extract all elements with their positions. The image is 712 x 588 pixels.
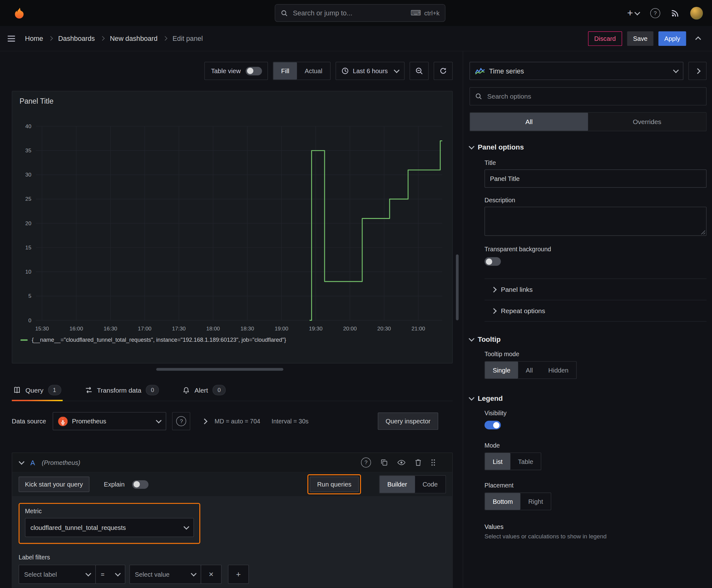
description-field: Description — [484, 197, 706, 236]
panel-description-input[interactable] — [484, 207, 706, 236]
global-search[interactable]: ⌨ ctrl+k — [275, 4, 446, 22]
tooltip-mode-label: Tooltip mode — [484, 351, 706, 358]
fill-actual-segment: Fill Actual — [273, 62, 330, 80]
svg-text:20: 20 — [25, 220, 31, 227]
help-button[interactable]: ? — [650, 8, 660, 18]
breadcrumb-dashboards[interactable]: Dashboards — [58, 35, 95, 42]
legend-visibility-toggle[interactable] — [484, 421, 501, 429]
actual-option[interactable]: Actual — [297, 62, 330, 80]
code-option[interactable]: Code — [415, 476, 446, 493]
transparent-background-label: Transparent background — [484, 246, 706, 253]
query-ref-id[interactable]: A — [30, 459, 35, 466]
tooltip-mode-hidden[interactable]: Hidden — [541, 361, 576, 378]
tab-alert-label: Alert — [194, 386, 208, 394]
horizontal-scrollbar[interactable] — [156, 368, 283, 371]
collapse-options-pane-button[interactable] — [688, 62, 707, 80]
tooltip-mode-all[interactable]: All — [518, 361, 541, 378]
discard-button[interactable]: Discard — [588, 31, 622, 45]
tooltip-header[interactable]: Tooltip — [470, 335, 707, 343]
chevron-down-icon — [156, 417, 162, 423]
datasource-help-button[interactable]: ? — [172, 412, 191, 430]
query-row-actions: ? — [361, 458, 447, 468]
query-help-button[interactable]: ? — [361, 458, 371, 468]
breadcrumb-bar: Home Dashboards New dashboard Edit panel… — [0, 26, 712, 51]
title-label: Title — [484, 160, 706, 166]
tab-query[interactable]: Query 1 — [12, 379, 63, 401]
add-filter-button[interactable]: + — [228, 565, 249, 584]
tab-all[interactable]: All — [470, 113, 588, 131]
legend-header[interactable]: Legend — [470, 395, 707, 403]
legend-mode-table[interactable]: Table — [510, 453, 541, 470]
drag-handle-icon[interactable] — [431, 459, 435, 466]
collapse-header-button[interactable] — [691, 32, 705, 45]
operator-dropdown[interactable]: = — [95, 565, 125, 584]
panel-title-input[interactable] — [484, 170, 706, 188]
legend-placement-right[interactable]: Right — [520, 493, 551, 510]
explain-toggle[interactable] — [132, 480, 148, 488]
time-series-viz-icon — [475, 67, 485, 75]
legend-values-help: Select values or calculations to show in… — [484, 533, 706, 540]
options-expand-icon[interactable] — [202, 418, 208, 424]
refresh-button[interactable] — [434, 62, 453, 80]
vertical-scrollbar[interactable] — [456, 254, 459, 320]
fill-option[interactable]: Fill — [274, 62, 297, 80]
duplicate-query-icon[interactable] — [381, 459, 388, 466]
svg-text:25: 25 — [25, 196, 31, 202]
search-input[interactable] — [292, 8, 407, 17]
toggle-visibility-icon[interactable] — [397, 460, 406, 465]
builder-code-segment: Builder Code — [379, 475, 446, 493]
builder-option[interactable]: Builder — [380, 476, 415, 493]
new-menu-button[interactable]: + — [627, 8, 640, 18]
grafana-logo-icon[interactable] — [13, 6, 26, 20]
legend-mode-list[interactable]: List — [485, 453, 511, 470]
kick-start-button[interactable]: Kick start your query — [19, 477, 89, 492]
remove-filter-button[interactable]: × — [201, 565, 222, 584]
tab-overrides[interactable]: Overrides — [588, 113, 706, 131]
chevron-right-icon — [48, 36, 53, 41]
time-range-picker[interactable]: Last 6 hours — [336, 62, 405, 80]
prometheus-icon — [58, 417, 68, 426]
news-icon[interactable] — [671, 9, 679, 17]
menu-toggle-button[interactable] — [7, 35, 15, 41]
select-value-dropdown[interactable]: Select value — [129, 565, 201, 584]
panel-links-section[interactable]: Panel links — [484, 279, 706, 300]
svg-text:17:00: 17:00 — [138, 326, 151, 332]
tab-transform[interactable]: Transform data 0 — [83, 379, 160, 401]
options-search-input[interactable] — [486, 92, 701, 101]
save-button[interactable]: Save — [627, 31, 654, 45]
query-datasource-hint: (Prometheus) — [42, 459, 80, 466]
query-tabs: Query 1 Transform data 0 Alert 0 — [12, 379, 453, 401]
legend-section: Legend Visibility Mode List Table Placem… — [470, 395, 707, 540]
legend-placement-bottom[interactable]: Bottom — [485, 493, 520, 510]
svg-text:21:00: 21:00 — [412, 326, 425, 332]
query-inspector-button[interactable]: Query inspector — [378, 413, 438, 430]
metric-value: cloudflared_tunnel_total_requests — [30, 524, 126, 531]
panel-options-section: Panel options Title Description — [470, 143, 707, 322]
chevron-right-icon — [163, 36, 167, 41]
chart-legend-item[interactable]: {__name__="cloudflared_tunnel_total_requ… — [20, 337, 286, 343]
panel-options-header[interactable]: Panel options — [470, 143, 707, 151]
apply-button[interactable]: Apply — [658, 31, 686, 45]
user-avatar[interactable] — [690, 6, 703, 19]
tab-alert[interactable]: Alert 0 — [181, 379, 227, 401]
collapse-query-icon[interactable] — [19, 459, 24, 465]
repeat-options-section[interactable]: Repeat options — [484, 300, 706, 321]
table-view-toggle[interactable] — [246, 67, 262, 75]
breadcrumb-new-dashboard[interactable]: New dashboard — [110, 35, 157, 42]
metric-select[interactable]: cloudflared_tunnel_total_requests — [25, 518, 194, 537]
breadcrumb-home[interactable]: Home — [25, 35, 43, 42]
delete-query-icon[interactable] — [415, 459, 421, 466]
bell-icon — [183, 386, 190, 394]
run-queries-button[interactable]: Run queries — [310, 477, 359, 492]
tooltip-mode-single[interactable]: Single — [485, 361, 518, 378]
panel-preview: Panel Title 051015202530354015:3016:0016… — [12, 91, 453, 363]
options-search[interactable] — [470, 87, 707, 106]
datasource-picker[interactable]: Prometheus — [53, 412, 166, 430]
svg-text:35: 35 — [25, 147, 31, 153]
transparent-background-toggle[interactable] — [484, 257, 501, 266]
visualization-picker[interactable]: Time series — [470, 62, 684, 80]
zoom-out-button[interactable] — [410, 62, 429, 80]
select-label-dropdown[interactable]: Select label — [19, 565, 96, 584]
time-series-chart[interactable]: 051015202530354015:3016:0016:3017:0017:3… — [12, 91, 452, 362]
tooltip-section: Tooltip Tooltip mode Single All Hidden — [470, 335, 707, 379]
